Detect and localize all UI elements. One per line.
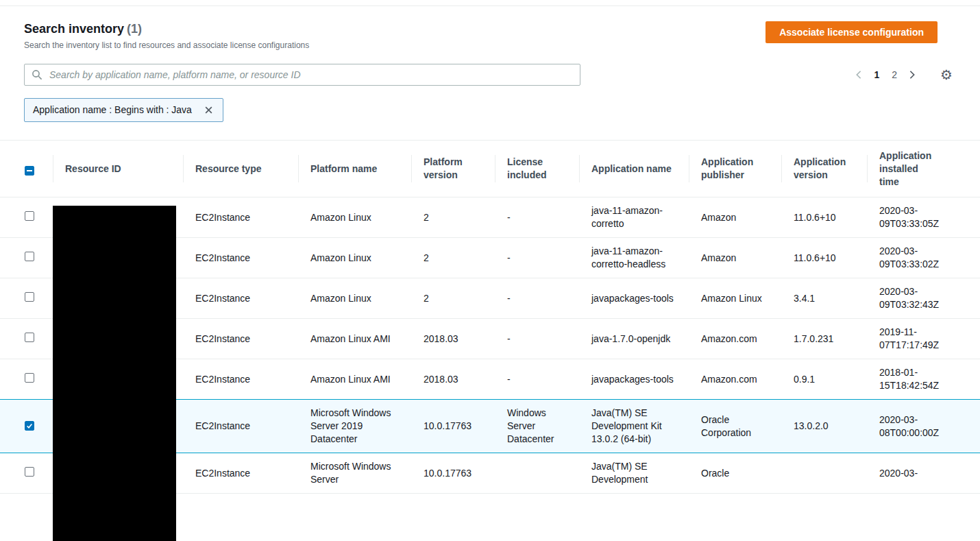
cell-platform-name: Amazon Linux AMI: [298, 359, 411, 400]
page-title-count: (1): [127, 22, 142, 36]
chevron-left-icon: [855, 70, 862, 80]
cell-application-version: 13.0.2.0: [781, 400, 867, 453]
inventory-table-wrap: Resource IDResource typePlatform namePla…: [0, 140, 980, 494]
row-checkbox-cell: [0, 238, 53, 278]
cell-platform-version: 10.0.17763: [411, 400, 495, 453]
cell-platform-version: 10.0.17763: [411, 453, 495, 494]
column-header-platform-name[interactable]: Platform name: [298, 140, 411, 197]
filter-row: Application name : Begins with : Java: [0, 86, 980, 122]
cell-license-included: [495, 453, 579, 494]
cell-application-version: 11.0.6+10: [781, 197, 867, 238]
select-all-header-cell: [0, 140, 53, 197]
row-checkbox-cell: [0, 400, 53, 453]
cell-application-name: javapackages-tools: [579, 278, 689, 319]
cell-application-publisher: Amazon: [689, 238, 781, 278]
pagination: 12 ⚙: [850, 67, 953, 83]
filter-token-label: Application name : Begins with : Java: [33, 104, 192, 117]
cell-resource-type: EC2Instance: [183, 278, 298, 319]
cell-platform-version: 2018.03: [411, 319, 495, 359]
cell-application-name: Java(TM) SE Development: [579, 453, 689, 494]
cell-platform-name: Microsoft Windows Server: [298, 453, 411, 494]
cell-resource-type: EC2Instance: [183, 319, 298, 359]
cell-resource-type: EC2Instance: [183, 453, 298, 494]
row-checkbox[interactable]: [25, 421, 34, 431]
cell-application-installed-time: 2020-03-08T00:00:00Z: [867, 400, 980, 453]
cell-platform-version: 2: [411, 278, 495, 319]
filter-token-close-button[interactable]: [203, 104, 215, 116]
row-checkbox[interactable]: [25, 373, 34, 383]
pagination-page-2[interactable]: 2: [885, 67, 903, 83]
page-title: Search inventory(1): [24, 21, 309, 36]
row-checkbox-cell: [0, 278, 53, 319]
cell-application-installed-time: 2020-03-: [867, 453, 980, 494]
cell-application-publisher: Amazon.com: [689, 359, 781, 400]
cell-application-installed-time: 2020-03-09T03:33:05Z: [867, 197, 980, 238]
cell-application-installed-time: 2018-01-15T18:42:54Z: [867, 359, 980, 400]
search-inventory-page: Search inventory(1) Search the inventory…: [0, 0, 980, 541]
cell-application-version: [781, 453, 867, 494]
cell-license-included: -: [495, 197, 579, 238]
column-header-application-installed-time[interactable]: Application installed time: [867, 140, 980, 197]
pagination-next-button[interactable]: [903, 67, 921, 82]
column-header-application-version[interactable]: Application version: [781, 140, 867, 197]
cell-license-included: Windows Server Datacenter: [495, 400, 579, 453]
column-header-license-included[interactable]: License included: [495, 140, 579, 197]
cell-application-publisher: Amazon.com: [689, 319, 781, 359]
associate-license-configuration-button[interactable]: Associate license configuration: [765, 21, 938, 43]
page-header: Search inventory(1) Search the inventory…: [0, 6, 980, 50]
cell-resource-type: EC2Instance: [183, 197, 298, 238]
cell-application-publisher: Oracle: [689, 453, 781, 494]
cell-resource-type: EC2Instance: [183, 238, 298, 278]
row-checkbox[interactable]: [25, 292, 34, 302]
row-checkbox[interactable]: [25, 211, 34, 221]
cell-application-name: java-1.7.0-openjdk: [579, 319, 689, 359]
row-checkbox[interactable]: [25, 252, 34, 261]
row-checkbox-cell: [0, 359, 53, 400]
cell-resource-type: EC2Instance: [183, 359, 298, 400]
page-subtitle: Search the inventory list to find resour…: [24, 40, 309, 50]
cell-application-installed-time: 2020-03-09T03:32:43Z: [867, 278, 980, 319]
cell-resource-type: EC2Instance: [183, 400, 298, 453]
row-checkbox[interactable]: [25, 467, 34, 477]
filter-token: Application name : Begins with : Java: [24, 98, 223, 122]
controls-row: 12 ⚙: [0, 50, 980, 86]
cell-platform-name: Amazon Linux: [298, 197, 411, 238]
cell-platform-name: Amazon Linux: [298, 278, 411, 319]
search-input[interactable]: [24, 64, 580, 86]
cell-application-publisher: Oracle Corporation: [689, 400, 781, 453]
search-box: [24, 64, 580, 86]
cell-application-name: java-11-amazon-corretto-headless: [579, 238, 689, 278]
settings-gear-icon[interactable]: ⚙: [940, 68, 953, 82]
close-icon: [204, 106, 213, 115]
cell-application-version: 11.0.6+10: [781, 238, 867, 278]
cell-application-name: java-11-amazon-corretto: [579, 197, 689, 238]
column-header-resource-type[interactable]: Resource type: [183, 140, 298, 197]
cell-application-name: javapackages-tools: [579, 359, 689, 400]
cell-application-version: 0.9.1: [781, 359, 867, 400]
redacted-resource-id-column: [53, 206, 176, 541]
pagination-previous-button[interactable]: [850, 67, 868, 82]
column-header-application-publisher[interactable]: Application publisher: [689, 140, 781, 197]
cell-license-included: -: [495, 238, 579, 278]
column-header-application-name[interactable]: Application name: [579, 140, 689, 197]
row-checkbox-cell: [0, 197, 53, 238]
page-title-text: Search inventory: [24, 22, 124, 36]
cell-application-publisher: Amazon: [689, 197, 781, 238]
cell-application-installed-time: 2020-03-09T03:33:02Z: [867, 238, 980, 278]
cell-application-version: 3.4.1: [781, 278, 867, 319]
pagination-page-1[interactable]: 1: [868, 67, 885, 83]
select-all-checkbox[interactable]: [25, 166, 34, 176]
row-checkbox-cell: [0, 319, 53, 359]
page-header-titles: Search inventory(1) Search the inventory…: [24, 21, 309, 50]
row-checkbox-cell: [0, 453, 53, 494]
cell-license-included: -: [495, 319, 579, 359]
chevron-right-icon: [909, 70, 916, 80]
cell-platform-version: 2018.03: [411, 359, 495, 400]
cell-application-installed-time: 2019-11-07T17:17:49Z: [867, 319, 980, 359]
pagination-pages: 12: [868, 67, 903, 83]
row-checkbox[interactable]: [25, 333, 34, 342]
column-header-platform-version[interactable]: Platform version: [411, 140, 495, 197]
cell-application-publisher: Amazon Linux: [689, 278, 781, 319]
column-header-resource-id[interactable]: Resource ID: [53, 140, 183, 197]
cell-platform-version: 2: [411, 197, 495, 238]
